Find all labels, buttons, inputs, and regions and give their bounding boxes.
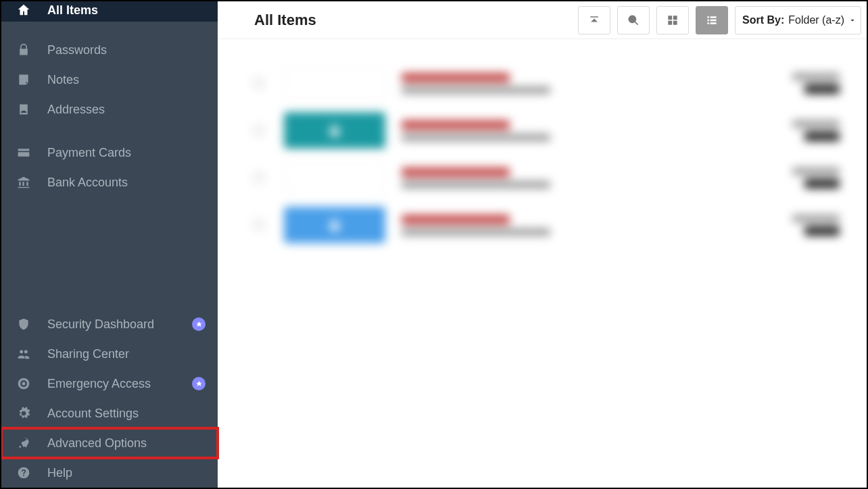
address-icon xyxy=(16,102,31,117)
list-item[interactable] xyxy=(245,154,867,201)
sort-label: Sort By: xyxy=(742,14,784,26)
sort-dropdown[interactable]: Sort By: Folder (a-z) xyxy=(735,6,861,34)
sidebar-item-label: Emergency Access xyxy=(47,377,192,391)
sidebar-item-account-settings[interactable]: Account Settings xyxy=(1,398,218,428)
sidebar-item-label: Notes xyxy=(47,73,206,87)
sidebar-item-label: Payment Cards xyxy=(47,146,206,160)
bank-icon xyxy=(16,175,31,190)
sort-value: Folder (a-z) xyxy=(788,14,844,26)
rocket-icon xyxy=(16,436,31,451)
item-logo xyxy=(284,112,385,149)
card-icon xyxy=(16,145,31,160)
people-icon xyxy=(16,346,31,361)
sidebar-item-sharing-center[interactable]: Sharing Center xyxy=(1,339,218,369)
item-meta xyxy=(792,168,840,188)
sidebar-item-label: Sharing Center xyxy=(47,347,206,361)
sidebar-item-help[interactable]: Help xyxy=(1,458,218,488)
sidebar-item-label: Account Settings xyxy=(47,407,206,421)
topbar: All Items Sort By: Folder (a-z) xyxy=(218,1,867,39)
zoom-out-icon xyxy=(627,14,640,27)
item-logo xyxy=(284,159,385,196)
zoom-out-button[interactable] xyxy=(617,6,650,34)
collapse-up-icon xyxy=(587,14,601,27)
sidebar-item-label: Bank Accounts xyxy=(47,176,206,190)
sidebar-item-emergency-access[interactable]: Emergency Access xyxy=(1,369,218,398)
row-checkbox[interactable] xyxy=(253,124,265,136)
note-icon xyxy=(16,72,31,87)
item-meta xyxy=(792,120,840,141)
sidebar-item-label: Addresses xyxy=(47,103,206,117)
grid-icon xyxy=(666,14,679,27)
item-logo xyxy=(284,207,385,243)
sidebar-item-payment-cards[interactable]: Payment Cards xyxy=(1,138,218,168)
home-icon xyxy=(16,3,31,18)
gear-icon xyxy=(16,406,31,421)
sidebar-item-label: All Items xyxy=(47,3,206,18)
sidebar-item-all-items[interactable]: All Items xyxy=(1,1,218,22)
row-checkbox[interactable] xyxy=(253,172,265,184)
list-item[interactable] xyxy=(245,59,867,107)
caret-down-icon xyxy=(848,16,857,24)
sidebar-item-label: Security Dashboard xyxy=(47,317,192,332)
item-info xyxy=(402,168,792,188)
item-list xyxy=(218,39,867,249)
row-checkbox[interactable] xyxy=(253,77,265,89)
sidebar-item-security-dashboard[interactable]: Security Dashboard xyxy=(1,309,218,339)
list-view-button[interactable] xyxy=(696,6,728,34)
premium-badge-icon xyxy=(192,317,206,331)
collapse-button[interactable] xyxy=(578,6,610,34)
item-logo xyxy=(284,65,385,101)
sidebar-item-label: Help xyxy=(47,466,206,480)
main-content: All Items Sort By: Folder (a-z) xyxy=(218,1,867,488)
sidebar-item-label: Advanced Options xyxy=(47,436,206,451)
sidebar-item-passwords[interactable]: Passwords xyxy=(1,35,218,65)
sidebar: All Items Passwords Notes Addresses Paym… xyxy=(1,1,218,488)
sidebar-item-advanced-options[interactable]: Advanced Options xyxy=(1,428,218,458)
item-info xyxy=(402,215,792,236)
page-title: All Items xyxy=(254,11,316,29)
row-checkbox[interactable] xyxy=(253,219,265,231)
list-item[interactable] xyxy=(245,107,867,154)
item-meta xyxy=(792,215,840,236)
item-meta xyxy=(792,73,840,94)
item-info xyxy=(402,73,792,94)
question-icon xyxy=(16,465,31,480)
shield-icon xyxy=(16,317,31,332)
sidebar-item-label: Passwords xyxy=(47,43,206,57)
lifebuoy-icon xyxy=(16,376,31,391)
lock-icon xyxy=(16,43,31,57)
item-info xyxy=(402,120,792,141)
sidebar-item-notes[interactable]: Notes xyxy=(1,65,218,95)
grid-view-button[interactable] xyxy=(656,6,689,34)
list-icon xyxy=(705,14,719,27)
sidebar-item-bank-accounts[interactable]: Bank Accounts xyxy=(1,168,218,197)
list-item[interactable] xyxy=(245,201,867,249)
toolbar: Sort By: Folder (a-z) xyxy=(578,6,861,34)
premium-badge-icon xyxy=(192,377,206,390)
sidebar-item-addresses[interactable]: Addresses xyxy=(1,95,218,124)
